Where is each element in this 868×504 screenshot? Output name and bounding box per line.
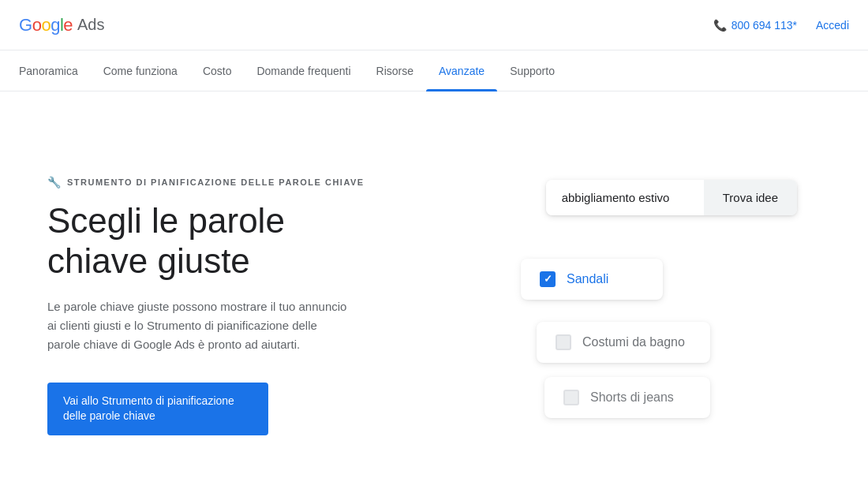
right-panel: abbigliamento estivo Trova idee ✓ Sandal… [410, 91, 868, 504]
search-card: abbigliamento estivo Trova idee [546, 180, 797, 215]
main-content: 🔧 STRUMENTO DI PIANIFICAZIONE DELLE PARO… [0, 91, 868, 504]
nav-item-avanzate[interactable]: Avanzate [426, 50, 497, 91]
checkbox-shorts[interactable] [563, 390, 579, 405]
checkmark-icon: ✓ [544, 273, 552, 285]
accedi-button[interactable]: Accedi [816, 19, 849, 32]
tool-badge: 🔧 STRUMENTO DI PIANIFICAZIONE DELLE PARO… [47, 176, 379, 189]
ui-illustration: abbigliamento estivo Trova idee ✓ Sandal… [473, 164, 805, 432]
keyword-costumi-label: Costumi da bagno [582, 335, 685, 349]
google-logo: Google [19, 15, 73, 35]
keyword-card-costumi: Costumi da bagno [537, 322, 710, 363]
header: Google Ads 📞 800 694 113* Accedi [0, 0, 868, 50]
wrench-icon: 🔧 [47, 176, 61, 189]
header-right: 📞 800 694 113* Accedi [713, 19, 849, 32]
nav-item-costo[interactable]: Costo [190, 50, 245, 91]
phone-number: 800 694 113* [731, 19, 797, 32]
left-panel: 🔧 STRUMENTO DI PIANIFICAZIONE DELLE PARO… [0, 91, 410, 504]
checkbox-costumi[interactable] [556, 334, 571, 350]
nav-item-panoramica[interactable]: Panoramica [19, 50, 91, 91]
ads-label: Ads [77, 16, 104, 34]
keyword-card-shorts: Shorts di jeans [544, 377, 710, 418]
main-nav: Panoramica Come funziona Costo Domande f… [0, 50, 868, 91]
keyword-card-sandali: ✓ Sandali [521, 259, 663, 300]
main-title: Scegli le parole chiave giuste [47, 201, 363, 281]
nav-item-risorse[interactable]: Risorse [364, 50, 426, 91]
keyword-shorts-label: Shorts di jeans [590, 390, 674, 405]
nav-item-come-funziona[interactable]: Come funziona [91, 50, 190, 91]
tool-label: STRUMENTO DI PIANIFICAZIONE DELLE PAROLE… [67, 177, 365, 187]
nav-item-supporto[interactable]: Supporto [497, 50, 567, 91]
keyword-sandali-label: Sandali [567, 272, 608, 286]
cta-button[interactable]: Vai allo Strumento di pianificazione del… [47, 383, 268, 435]
logo-area: Google Ads [19, 15, 104, 35]
description-text: Le parole chiave giuste possono mostrare… [47, 297, 347, 354]
checkbox-sandali[interactable]: ✓ [540, 271, 556, 287]
nav-item-domande-frequenti[interactable]: Domande frequenti [244, 50, 363, 91]
trova-idee-button[interactable]: Trova idee [704, 180, 797, 215]
phone-link[interactable]: 📞 800 694 113* [713, 19, 797, 32]
search-input[interactable]: abbigliamento estivo [546, 180, 704, 215]
phone-icon: 📞 [713, 19, 727, 32]
